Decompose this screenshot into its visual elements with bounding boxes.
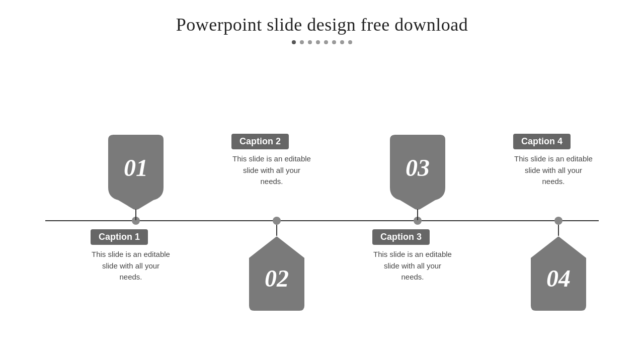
item-4-caption: Caption 4 This slide is an editableslide…	[513, 134, 594, 188]
slide-title: Powerpoint slide design free download	[176, 14, 468, 35]
item-3-caption: Caption 3 This slide is an editableslide…	[372, 229, 453, 283]
timeline-line	[45, 220, 599, 221]
item-2-shape: 02	[242, 235, 312, 313]
item-1-badge: Caption 1	[91, 229, 148, 245]
item-3-shape: 03	[382, 135, 453, 212]
item-2-number: 02	[265, 264, 289, 292]
item-3-number: 03	[406, 153, 430, 181]
item-3-vline	[417, 209, 418, 220]
item-4-shape: 04	[523, 235, 594, 313]
slide: Powerpoint slide design free download 01	[0, 0, 644, 362]
dot-5	[324, 40, 328, 44]
dot-3	[308, 40, 312, 44]
timeline-dot-4	[554, 217, 562, 225]
dot-8	[348, 40, 352, 44]
item-4-text: This slide is an editableslide with all …	[513, 153, 594, 188]
item-2-badge: Caption 2	[231, 134, 289, 149]
dot-7	[340, 40, 344, 44]
item-2-caption: Caption 2 This slide is an editableslide…	[231, 134, 312, 188]
item-3-text: This slide is an editableslide with all …	[372, 249, 453, 283]
item-1-text: This slide is an editableslide with all …	[91, 249, 171, 283]
dot-4	[316, 40, 320, 44]
item-2-vline	[276, 225, 277, 236]
dot-1	[292, 40, 296, 44]
item-1-caption: Caption 1 This slide is an editableslide…	[91, 229, 171, 283]
dot-6	[332, 40, 336, 44]
pagination-dots	[292, 40, 352, 44]
item-2-text: This slide is an editableslide with all …	[231, 153, 312, 188]
item-4-vline	[558, 225, 559, 236]
item-1-number: 01	[124, 153, 148, 181]
item-4-number: 04	[546, 264, 571, 292]
dot-2	[300, 40, 304, 44]
item-3-badge: Caption 3	[372, 229, 430, 245]
timeline-dot-2	[273, 217, 281, 225]
item-4-badge: Caption 4	[513, 134, 571, 149]
item-1-shape: 01	[101, 135, 171, 212]
item-1-vline	[135, 209, 136, 220]
